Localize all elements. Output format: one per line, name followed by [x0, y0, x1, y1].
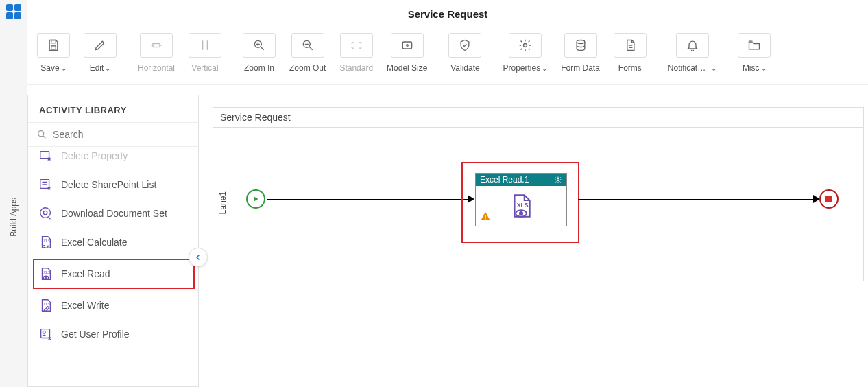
- svg-text:XLS: XLS: [43, 302, 51, 306]
- svg-point-17: [45, 277, 47, 279]
- folder-icon[interactable]: [738, 33, 771, 58]
- svg-point-21: [557, 179, 559, 181]
- svg-rect-5: [402, 42, 411, 49]
- search-row: [28, 123, 198, 147]
- end-node[interactable]: [819, 189, 839, 209]
- model-size-button[interactable]: Model Size: [387, 33, 427, 73]
- play-icon: [252, 195, 260, 203]
- app-rail: Build Apps: [0, 0, 27, 387]
- pencil-icon[interactable]: [84, 33, 117, 58]
- delete-sharepoint-icon: [38, 177, 54, 192]
- list-item[interactable]: Delete Property: [28, 147, 198, 170]
- svg-rect-1: [51, 46, 56, 49]
- warning-icon: [480, 211, 491, 222]
- save-button[interactable]: Save⌄: [37, 33, 70, 73]
- flow-edge[interactable]: [267, 199, 471, 200]
- properties-button[interactable]: Properties⌄: [503, 33, 547, 73]
- svg-text:XLS: XLS: [43, 270, 51, 274]
- gear-icon[interactable]: [509, 33, 542, 58]
- activity-list: Delete Property Delete SharePoint List D…: [28, 147, 198, 386]
- delete-property-icon: [38, 148, 54, 163]
- forms-button[interactable]: Forms: [614, 33, 647, 73]
- gear-icon[interactable]: [554, 176, 562, 184]
- svg-rect-0: [51, 40, 56, 43]
- canvas-title: Service Request: [213, 108, 863, 128]
- svg-rect-2: [153, 44, 160, 47]
- chevron-left-icon: [194, 253, 202, 261]
- svg-point-24: [520, 212, 522, 215]
- edit-button[interactable]: Edit⌄: [84, 33, 117, 73]
- svg-point-12: [40, 208, 51, 218]
- lane-label: Lane1: [218, 191, 228, 214]
- canvas-body[interactable]: Lane1 Excel Read.1 XLS: [213, 128, 863, 279]
- page-title: Service Request: [27, 0, 868, 27]
- svg-text:XLS: XLS: [517, 202, 529, 209]
- standard-button: Standard: [339, 33, 373, 73]
- app-launcher-icon[interactable]: [6, 4, 21, 19]
- validate-button[interactable]: Validate: [448, 33, 481, 73]
- standard-icon: [340, 33, 373, 58]
- excel-calculate-icon: XLS: [38, 235, 54, 250]
- svg-point-7: [523, 44, 527, 47]
- search-input[interactable]: [53, 129, 190, 140]
- list-item[interactable]: XLS Excel Calculate: [28, 228, 198, 257]
- activity-library-panel: ACTIVITY LIBRARY Delete Property Delete …: [27, 95, 199, 387]
- lane-strip[interactable]: Lane1: [213, 128, 232, 279]
- zoom-in-button[interactable]: Zoom In: [243, 33, 276, 73]
- svg-point-13: [43, 211, 47, 215]
- horizontal-button: Horizontal: [138, 33, 175, 73]
- svg-rect-11: [40, 180, 49, 189]
- zoom-in-icon[interactable]: [243, 33, 276, 58]
- activity-header: Excel Read.1: [476, 174, 566, 186]
- misc-button[interactable]: Misc⌄: [738, 33, 771, 73]
- zoom-out-icon[interactable]: [291, 33, 324, 58]
- list-item[interactable]: XLS Excel Write: [28, 291, 198, 320]
- page-title-text: Service Request: [408, 8, 488, 20]
- zoom-out-button[interactable]: Zoom Out: [289, 33, 326, 73]
- start-node[interactable]: [246, 189, 265, 209]
- activity-body: XLS: [476, 186, 566, 226]
- flow-edge[interactable]: [578, 199, 815, 200]
- svg-rect-25: [485, 215, 485, 218]
- excel-write-icon: XLS: [38, 298, 54, 313]
- svg-rect-26: [485, 218, 485, 219]
- rail-label: Build Apps: [9, 198, 19, 237]
- forms-icon[interactable]: [614, 33, 647, 58]
- svg-point-6: [407, 45, 409, 47]
- svg-point-8: [577, 40, 585, 44]
- activity-title: Excel Read.1: [480, 175, 529, 185]
- vertical-icon: [189, 33, 221, 58]
- excel-read-icon: XLS: [38, 266, 54, 281]
- save-icon[interactable]: [37, 33, 70, 58]
- list-item-excel-read[interactable]: XLS Excel Read: [34, 259, 194, 288]
- svg-point-20: [43, 331, 45, 333]
- validate-icon[interactable]: [448, 33, 481, 58]
- notifications-button[interactable]: Notificat…⌄: [668, 33, 716, 73]
- list-item[interactable]: Get User Profile: [28, 320, 198, 349]
- bell-icon[interactable]: [676, 33, 709, 58]
- excel-read-icon: XLS: [508, 193, 534, 219]
- svg-text:XLS: XLS: [43, 239, 51, 243]
- activity-node[interactable]: Excel Read.1 XLS: [475, 173, 567, 226]
- search-icon: [36, 128, 47, 141]
- database-icon[interactable]: [564, 33, 597, 58]
- toolbar: Save⌄ Edit⌄ Horizontal Vertical Zoom In …: [27, 27, 868, 85]
- svg-rect-19: [41, 329, 50, 338]
- list-item[interactable]: Download Document Set: [28, 199, 198, 228]
- svg-rect-10: [40, 152, 49, 159]
- user-profile-icon: [38, 327, 54, 342]
- sidebar-title: ACTIVITY LIBRARY: [28, 95, 198, 123]
- process-canvas: Service Request Lane1 Excel Read.1 XLS: [213, 107, 864, 281]
- horizontal-icon: [140, 33, 173, 58]
- model-size-icon[interactable]: [391, 33, 424, 58]
- list-item[interactable]: Delete SharePoint List: [28, 170, 198, 199]
- vertical-button: Vertical: [189, 33, 221, 73]
- form-data-button[interactable]: Form Data: [561, 33, 600, 73]
- svg-point-9: [38, 131, 44, 137]
- collapse-sidebar-button[interactable]: [189, 248, 208, 267]
- activity-node-highlight: Excel Read.1 XLS: [461, 162, 579, 243]
- download-document-icon: [38, 206, 54, 221]
